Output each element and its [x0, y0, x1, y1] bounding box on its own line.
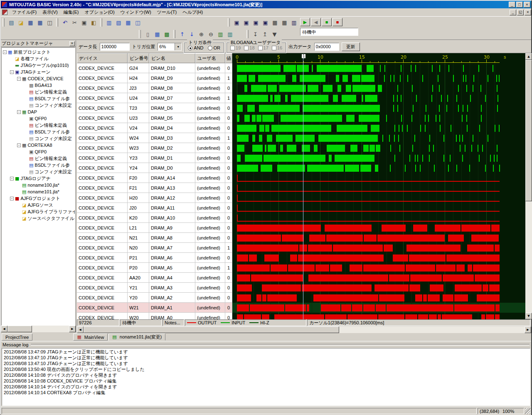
wave-view2-icon[interactable]: ▥ — [225, 30, 235, 39]
tree-expander[interactable]: - — [17, 110, 21, 114]
move-down-icon[interactable]: ↓ — [187, 30, 197, 39]
panel-close-button[interactable]: × — [69, 41, 75, 46]
signal-row[interactable]: CODEX_DEVICE P21 DRAM_A6 (undefined) 0 — [77, 253, 232, 263]
net-check-icon[interactable]: ▩ — [162, 30, 172, 39]
signal-row[interactable]: CODEX_DEVICE N20 DRAM_A7 (undefined) 1 — [77, 243, 232, 253]
tree-item[interactable]: ▬ JTAGケーブル(np1010) — [2, 62, 75, 69]
jtag-idcode-icon[interactable]: ▣ — [232, 18, 241, 27]
tree-item[interactable]: ◪ ソースベクタファイル — [2, 215, 75, 222]
signal-row[interactable]: CODEX_DEVICE W20 DRAM_A0 (undefined) 0 — [77, 313, 232, 319]
jtag-extest-icon[interactable]: ▣ — [261, 18, 270, 27]
scrollbar-track[interactable] — [525, 60, 532, 313]
tree-item[interactable]: - ▦ 新規プロジェクト — [2, 49, 75, 55]
scrollbar-thumb[interactable] — [525, 60, 532, 201]
copy-icon[interactable]: ▣ — [79, 18, 89, 27]
column-header[interactable]: デバイス — [77, 53, 128, 63]
document-tab[interactable]: ▦ MainView — [73, 333, 108, 341]
signal-row[interactable]: CODEX_DEVICE Y21 DRAM_A3 (undefined) 0 — [77, 283, 232, 293]
jtag-logic-icon[interactable]: ▥ — [289, 18, 299, 27]
tree-item[interactable]: ▤ BSDLファイル参 — [2, 162, 75, 168]
maximize-button[interactable]: □ — [516, 2, 523, 7]
tree-item[interactable]: ▤ コンフィグ未設定 — [2, 102, 75, 109]
child-close-button[interactable]: × — [525, 10, 531, 15]
signal-row[interactable]: CODEX_DEVICE W23 DRAM_D2 (undefined) 0 — [77, 143, 232, 153]
menu-item[interactable]: ヘルプ(H) — [180, 9, 206, 16]
tree-item[interactable]: ▤ コンフィグ未設定 — [2, 168, 75, 175]
capture-download-icon[interactable]: ↧ — [251, 30, 260, 39]
tree-item[interactable]: ▤ コンフィグ未設定 — [2, 135, 75, 142]
output-data-input[interactable] — [314, 43, 339, 51]
scroll-right-icon[interactable]: ▶ — [525, 326, 531, 333]
tree-item[interactable]: ▣ QFP0 — [2, 148, 75, 155]
tree-item[interactable]: - ▣ JTAGチェーン — [2, 69, 75, 75]
child-minimize-button[interactable]: _ — [510, 10, 516, 15]
menu-item[interactable]: ツール(T) — [154, 9, 180, 16]
wave-hscrollbar[interactable]: ◀ ▶ — [77, 326, 531, 333]
jtag-sample-icon[interactable]: ▣ — [251, 18, 261, 27]
trigger-or-radio[interactable]: OR — [208, 45, 221, 50]
wave-view-icon[interactable]: ▥ — [216, 30, 225, 39]
signal-row[interactable]: CODEX_DEVICE K20 DRAM_A10 (undefined) 0 — [77, 213, 232, 223]
print-icon[interactable]: ◫ — [45, 18, 54, 27]
menu-item[interactable]: オプション(O) — [81, 9, 117, 16]
scroll-right-icon[interactable]: ▶ — [69, 326, 76, 332]
signal-row[interactable]: CODEX_DEVICE G24 DRAM_D10 (undefined) 0 — [77, 63, 232, 73]
tree-expander[interactable]: - — [17, 143, 21, 147]
child-restore-button[interactable]: ◱ — [517, 10, 524, 15]
tab-projecttree[interactable]: ProjectTree — [2, 333, 32, 341]
columns-icon[interactable]: ◫ — [133, 18, 143, 27]
signal-row[interactable]: CODEX_DEVICE N21 DRAM_A8 (undefined) 0 — [77, 233, 232, 243]
tree-item[interactable]: ◪ AJFGソース — [2, 202, 75, 208]
signal-row[interactable]: CODEX_DEVICE W21 DRAM_A1 (undefined) 0 — [77, 303, 232, 313]
menu-item[interactable]: ファイル(F) — [9, 9, 39, 16]
resize-grip[interactable] — [525, 408, 530, 414]
tree-item[interactable]: - ▦ CODEX_DEVICE — [2, 75, 75, 82]
signal-row[interactable]: CODEX_DEVICE T23 DRAM_D6 (undefined) 0 — [77, 103, 232, 113]
signal-row[interactable]: CODEX_DEVICE J23 DRAM_D8 (undefined) 0 — [77, 83, 232, 93]
signal-row[interactable]: CODEX_DEVICE U24 DRAM_D7 (undefined) 1 — [77, 93, 232, 103]
chevron-down-icon[interactable]: ▼ — [175, 43, 181, 50]
tree-item[interactable]: ▤ noname101.jla* — [2, 188, 75, 195]
tree-expander[interactable]: - — [10, 70, 14, 74]
tree-item[interactable]: - ■ AJFGプロジェクト — [2, 195, 75, 202]
save-all-icon[interactable]: ▦ — [35, 18, 45, 27]
trigger-and-radio[interactable]: AND — [188, 45, 203, 50]
notes-button[interactable]: Notes... — [163, 319, 184, 326]
tree-item[interactable]: ▤ BSDLファイル参 — [2, 95, 75, 102]
menu-item[interactable]: 編集(E) — [61, 9, 82, 16]
signal-row[interactable]: CODEX_DEVICE L21 DRAM_A9 (undefined) 0 — [77, 223, 232, 233]
tree-expander[interactable]: - — [17, 77, 21, 81]
open-project-icon[interactable]: ◪ — [16, 18, 26, 27]
tree-item[interactable]: ▩ BGA413 — [2, 82, 75, 89]
cascade-windows-icon[interactable]: ▧ — [114, 18, 123, 27]
waveform-area[interactable] — [232, 53, 525, 319]
column-header[interactable]: ピン番号 — [128, 53, 149, 63]
signal-row[interactable]: CODEX_DEVICE H20 DRAM_A12 (undefined) 0 — [77, 193, 232, 203]
step-button[interactable]: ◀ — [311, 18, 321, 26]
user-data-bit-checkbox[interactable]: 16 — [272, 45, 282, 50]
signal-row[interactable]: CODEX_DEVICE AA20 DRAM_A4 (undefined) 0 — [77, 273, 232, 283]
new-doc-icon[interactable]: ▯ — [143, 30, 153, 39]
signal-row[interactable]: CODEX_DEVICE F21 DRAM_A13 (undefined) 0 — [77, 183, 232, 193]
paste-icon[interactable]: ◧ — [89, 18, 99, 27]
signal-row[interactable]: CODEX_DEVICE H24 DRAM_D9 (undefined) 1 — [77, 73, 232, 83]
signal-row[interactable]: CODEX_DEVICE Y20 DRAM_A2 (undefined) 0 — [77, 293, 232, 303]
tree-expander[interactable]: - — [10, 177, 14, 180]
tree-item[interactable]: ◪ 各種ファイル — [2, 55, 75, 62]
signal-row[interactable]: CODEX_DEVICE U23 DRAM_D5 (undefined) 0 — [77, 113, 232, 123]
jtag-flash-icon[interactable]: ▦ — [280, 18, 289, 27]
boundary-scan-icon[interactable]: ▦ — [153, 30, 162, 39]
tree-expander[interactable]: - — [3, 50, 7, 54]
jtag-bypass-icon[interactable]: ▣ — [241, 18, 251, 27]
tree-item[interactable]: ▤ ピン情報未定義 — [2, 122, 75, 128]
update-button[interactable]: 更新 — [342, 42, 360, 51]
scroll-left-icon[interactable]: ◀ — [77, 326, 84, 333]
scroll-down-icon[interactable]: ▼ — [525, 313, 532, 319]
tree-item[interactable]: ▣ QFP0 — [2, 115, 75, 122]
signal-row[interactable]: CODEX_DEVICE Y23 DRAM_D1 (undefined) 0 — [77, 153, 232, 163]
signal-row[interactable]: CODEX_DEVICE W24 DRAM_D3 (undefined) 1 — [77, 133, 232, 143]
jtag-debug-icon[interactable]: ▦ — [270, 18, 280, 27]
new-project-icon[interactable]: ▤ — [7, 18, 16, 27]
user-data-bit-checkbox[interactable]: 19 — [230, 45, 241, 50]
data-length-input[interactable] — [100, 43, 130, 51]
